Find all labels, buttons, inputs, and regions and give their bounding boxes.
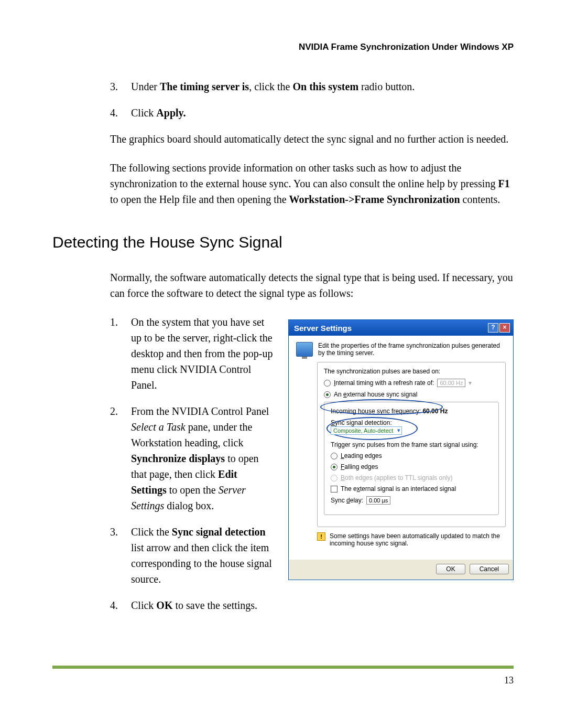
list-number: 2.: [110, 403, 131, 513]
sync-delay-row: Sync delay: Sync delay: 0.00 µs: [331, 496, 492, 505]
freq-label: Incoming house sync frequency: 60.00 Hz: [331, 408, 492, 415]
interlaced-label: The external signal is an interlaced sig…: [341, 485, 456, 493]
list-number: 4.: [110, 105, 131, 121]
radio-leading-row[interactable]: Leading edges Leading edges: [331, 452, 492, 459]
checkbox-icon[interactable]: [331, 486, 338, 493]
radio-internal-row[interactable]: IInternal timing with a refresh rate of:…: [324, 379, 499, 387]
close-icon[interactable]: ×: [499, 323, 510, 333]
sync-detect-label: Sync signal detection:: [331, 419, 492, 426]
radio-external-label: An external house sync signal: [334, 391, 417, 398]
step-3: 3. Click the Sync signal detection list …: [110, 524, 275, 587]
paragraph: The following sections provide informati…: [110, 160, 514, 207]
refresh-rate-field: 60.00 Hz: [437, 379, 465, 387]
radio-icon[interactable]: [324, 380, 331, 387]
step-1: 1. On the system that you have set up to…: [110, 314, 275, 393]
radio-icon[interactable]: [324, 391, 331, 398]
house-sync-group: Incoming house sync frequency: 60.00 Hz …: [324, 402, 499, 515]
section-heading: Detecting the House Sync Signal: [52, 233, 514, 251]
cancel-button[interactable]: Cancel: [470, 564, 509, 574]
list-text: Click OK to save the settings.: [131, 597, 275, 613]
dialog-titlebar: Server Settings ? ×: [289, 320, 513, 336]
radio-internal-label: IInternal timing with a refresh rate of:…: [334, 379, 434, 387]
step-3-top: 3. Under The timing server is, click the…: [110, 79, 514, 94]
help-icon[interactable]: ?: [488, 323, 498, 333]
chevron-down-icon: ▾: [469, 379, 472, 387]
ok-button[interactable]: OK: [436, 564, 465, 574]
warning-row: ! Some settings have been automatically …: [317, 532, 506, 547]
sync-detect-dropdown[interactable]: Composite, Auto-detect: [331, 426, 402, 435]
list-text: Under The timing server is, click the On…: [131, 79, 514, 94]
radio-both-row: Both edges (applies to TTL signals only)…: [331, 474, 492, 481]
dialog-title: Server Settings: [294, 324, 352, 333]
trigger-label: Trigger sync pulses from the frame start…: [331, 441, 492, 448]
radio-icon[interactable]: [331, 464, 338, 470]
list-number: 3.: [110, 79, 131, 94]
list-text: Click Apply.: [131, 105, 514, 121]
server-settings-dialog: Server Settings ? × Edit the properties …: [288, 319, 514, 580]
paragraph: Normally, the software automatically det…: [110, 270, 514, 301]
leading-label: Leading edges: [341, 452, 382, 459]
radio-falling-row[interactable]: Falling edges Falling edges: [331, 463, 492, 470]
page-footer: 13: [52, 666, 514, 686]
list-text: From the NVIDIA Control Panel Select a T…: [131, 403, 275, 513]
list-text: Click the Sync signal detection list arr…: [131, 524, 275, 587]
pulses-fieldset: The synchronization pulses are based on:…: [317, 362, 506, 527]
page-header: NVIDIA Frame Synchronization Under Windo…: [52, 42, 514, 52]
step-2: 2. From the NVIDIA Control Panel Select …: [110, 403, 275, 513]
pulses-label: The synchronization pulses are based on:: [324, 368, 499, 375]
radio-external-row[interactable]: An external house sync signal An externa…: [324, 391, 499, 398]
list-text: On the system that you have set up to be…: [131, 314, 275, 393]
dialog-intro: Edit the properties of the frame synchro…: [318, 342, 506, 357]
step-4: 4. Click OK to save the settings.: [110, 597, 275, 613]
step-4-top: 4. Click Apply.: [110, 105, 514, 121]
list-number: 1.: [110, 314, 131, 393]
radio-icon: [331, 475, 338, 481]
sync-delay-label: Sync delay:: [331, 497, 363, 504]
warning-text: Some settings have been automatically up…: [330, 532, 506, 547]
falling-label: Falling edges: [341, 463, 378, 470]
list-number: 4.: [110, 597, 131, 613]
radio-icon[interactable]: [331, 453, 338, 459]
sync-delay-field[interactable]: 0.00 µs: [366, 496, 390, 505]
both-label: Both edges (applies to TTL signals only): [341, 474, 452, 481]
list-number: 3.: [110, 524, 131, 587]
page-number: 13: [504, 675, 514, 686]
monitor-icon: [296, 342, 313, 357]
warning-icon: !: [317, 532, 325, 541]
paragraph: The graphics board should automatically …: [110, 131, 514, 147]
interlaced-row[interactable]: The external signal is an interlaced sig…: [331, 485, 492, 493]
